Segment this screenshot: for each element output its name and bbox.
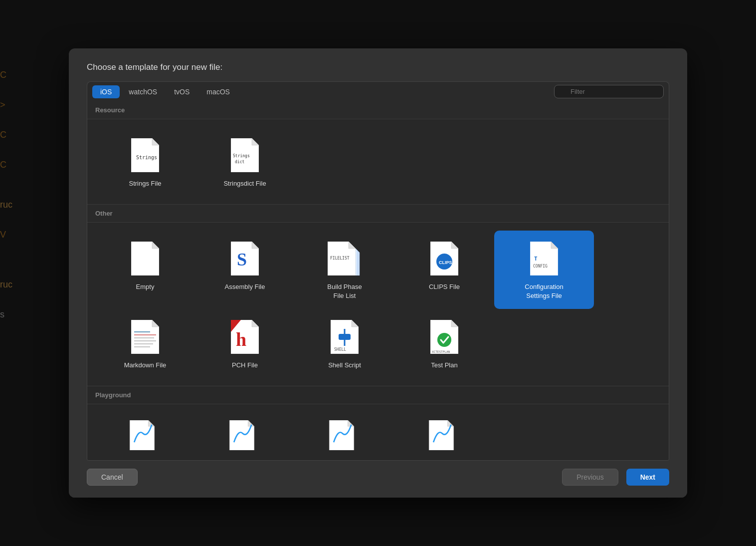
tab-watchos[interactable]: watchOS — [121, 85, 165, 98]
empty-file-label: Empty — [136, 282, 155, 291]
file-item-markdown[interactable]: Markdown File — [95, 309, 195, 378]
svg-marker-15 — [349, 242, 356, 249]
svg-text:SHELL: SHELL — [334, 347, 346, 352]
other-items-grid: Empty S Assembly File — [87, 223, 669, 386]
stringsdict-file-label: Stringsdict File — [223, 179, 266, 188]
svg-text:S: S — [237, 250, 247, 270]
playground-icon-3 — [327, 420, 363, 450]
strings-file-label: Strings File — [129, 179, 161, 188]
markdown-file-label: Markdown File — [124, 361, 167, 370]
file-item-build-phase[interactable]: FILELIST Build Phase File List — [295, 231, 394, 308]
svg-marker-22 — [551, 242, 558, 249]
assembly-file-icon: S — [227, 239, 263, 278]
footer-nav-buttons: Previous Next — [562, 469, 669, 486]
config-settings-label: Configuration Settings File — [525, 282, 563, 300]
file-item-shell-script[interactable]: SHELL Shell Script — [295, 309, 394, 378]
svg-marker-4 — [252, 138, 259, 145]
svg-point-44 — [437, 333, 451, 347]
svg-text:dict: dict — [235, 160, 244, 164]
pch-file-label: PCH File — [232, 361, 258, 370]
svg-marker-34 — [252, 320, 259, 327]
file-item-clips[interactable]: CLIPS CLIPS File — [394, 231, 494, 308]
filter-area: ⊙ — [554, 85, 664, 98]
playground-item-1[interactable] — [95, 412, 195, 460]
empty-file-icon — [127, 239, 163, 278]
playground-items-partial — [87, 404, 669, 460]
file-item-test-plan[interactable]: XCTESTPLAN Test Plan — [394, 309, 494, 378]
section-header-other: Other — [87, 205, 669, 223]
file-item-empty[interactable]: Empty — [95, 231, 195, 308]
file-item-stringsdict-file[interactable]: Strings dict Stringsdict File — [195, 127, 295, 196]
clips-file-icon: CLIPS — [426, 239, 462, 278]
svg-text:XCTESTPLAN: XCTESTPLAN — [432, 350, 450, 353]
svg-marker-1 — [152, 138, 159, 145]
next-button[interactable]: Next — [626, 469, 669, 486]
svg-text:CONFIG: CONFIG — [533, 264, 548, 269]
assembly-file-label: Assembly File — [225, 282, 265, 291]
previous-button[interactable]: Previous — [562, 469, 618, 486]
markdown-file-icon — [127, 317, 163, 357]
file-item-assembly[interactable]: S Assembly File — [195, 231, 295, 308]
strings-file-icon: Strings — [127, 135, 163, 175]
tab-bar: iOS watchOS tvOS macOS ⊙ — [87, 81, 669, 101]
svg-marker-43 — [451, 320, 458, 327]
svg-text:FILELIST: FILELIST — [330, 256, 350, 261]
svg-text:h: h — [236, 329, 246, 350]
shell-script-icon: SHELL — [327, 317, 363, 357]
section-header-playground: Playground — [87, 386, 669, 404]
dialog-footer: Cancel Previous Next — [69, 461, 687, 498]
clips-file-label: CLIPS File — [429, 282, 460, 291]
tab-macos[interactable]: macOS — [198, 85, 238, 98]
section-header-resource: Resource — [87, 101, 669, 119]
file-item-pch[interactable]: h PCH File — [195, 309, 295, 378]
playground-item-2[interactable] — [195, 412, 295, 460]
cancel-button[interactable]: Cancel — [87, 469, 138, 486]
dialog-overlay: Choose a template for your new file: iOS… — [0, 0, 756, 546]
svg-text:Strings: Strings — [233, 154, 250, 158]
playground-icon-4 — [426, 420, 462, 450]
test-plan-icon: XCTESTPLAN — [426, 317, 462, 357]
new-file-dialog: Choose a template for your new file: iOS… — [69, 48, 687, 498]
filter-input[interactable] — [554, 85, 664, 98]
dialog-content: Choose a template for your new file: iOS… — [69, 48, 687, 461]
file-item-strings-file[interactable]: Strings Strings File — [95, 127, 195, 196]
svg-marker-26 — [152, 320, 159, 327]
filter-wrapper: ⊙ — [554, 85, 664, 98]
build-phase-icon: FILELIST — [327, 239, 363, 278]
svg-rect-40 — [339, 334, 351, 340]
tab-ios[interactable]: iOS — [92, 85, 120, 98]
dialog-title: Choose a template for your new file: — [87, 62, 669, 72]
playground-icon-2 — [227, 420, 263, 450]
resource-items-grid: Strings Strings File Strings dict — [87, 119, 669, 205]
shell-script-label: Shell Script — [328, 361, 361, 370]
tab-tvos[interactable]: tvOS — [166, 85, 197, 98]
playground-item-4[interactable] — [394, 412, 494, 460]
svg-marker-10 — [252, 242, 259, 249]
pch-file-icon: h — [227, 317, 263, 357]
test-plan-label: Test Plan — [431, 361, 457, 370]
content-area: Resource Strings Strings File — [87, 101, 669, 461]
svg-text:CLIPS: CLIPS — [439, 260, 452, 265]
playground-icon-1 — [127, 420, 163, 450]
svg-text:Strings: Strings — [136, 155, 157, 160]
svg-text:T: T — [534, 256, 538, 262]
svg-marker-38 — [352, 320, 359, 327]
svg-marker-8 — [152, 242, 159, 249]
config-settings-icon: T CONFIG — [526, 239, 562, 278]
file-item-config-settings[interactable]: T CONFIG Configuration Settings File — [494, 231, 594, 308]
build-phase-label: Build Phase File List — [327, 282, 362, 300]
svg-marker-18 — [451, 242, 458, 249]
stringsdict-file-icon: Strings dict — [227, 135, 263, 175]
playground-item-3[interactable] — [295, 412, 394, 460]
